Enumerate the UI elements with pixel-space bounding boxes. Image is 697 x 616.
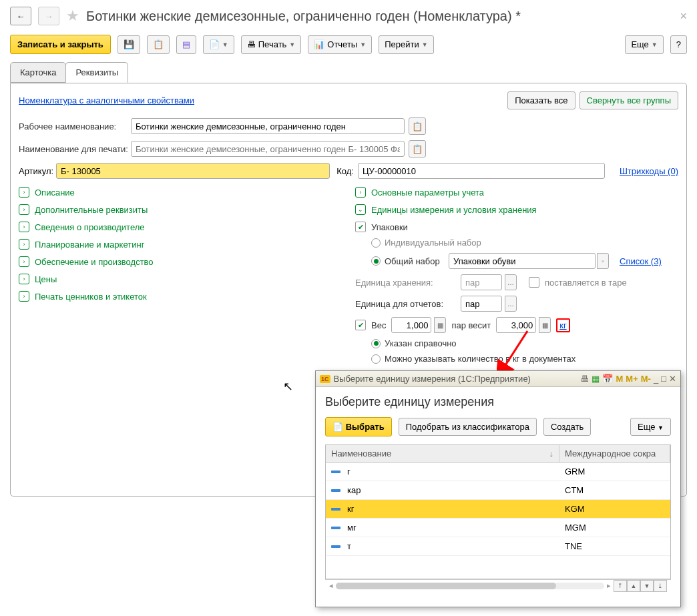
report-unit-pick-icon[interactable]: … <box>505 296 517 312</box>
popup-icon-m-plus[interactable]: M+ <box>626 374 638 384</box>
copy-button[interactable]: 📋 <box>147 35 170 54</box>
save-close-button[interactable]: Записать и закрыть <box>10 35 111 54</box>
nav-last-button[interactable]: ⤓ <box>654 580 667 592</box>
row-icon <box>331 527 340 529</box>
select-button[interactable]: 📄 Выбрать <box>325 417 392 436</box>
popup-icon-calendar[interactable]: 📅 <box>602 374 613 384</box>
shared-set-open-icon[interactable]: ▫ <box>597 253 609 269</box>
storage-unit-label: Единица хранения: <box>355 278 455 288</box>
window-title: Ботинки женские демисезонные, ограниченн… <box>86 9 673 24</box>
popup-more-button[interactable]: Еще ▼ <box>630 418 671 436</box>
goto-button[interactable]: Перейти▼ <box>379 35 433 54</box>
report-unit-input[interactable] <box>461 296 502 312</box>
tare-label: поставляется в таре <box>545 278 627 288</box>
individual-label: Индивидуальный набор <box>385 238 481 248</box>
barcodes-link[interactable]: Штрихкоды (0) <box>620 166 678 176</box>
ref-label: Указан справочно <box>385 338 457 348</box>
popup-close-icon[interactable]: ✕ <box>669 374 676 384</box>
table-row[interactable]: кгKGM <box>326 500 670 519</box>
group-prices[interactable]: ›Цены <box>19 274 342 284</box>
popup-icon-table[interactable]: ▦ <box>592 374 600 384</box>
col-name-header[interactable]: Наименование↓ <box>326 445 559 462</box>
nav-forward-button[interactable]: → <box>38 7 59 25</box>
cankg-label: Можно указывать количество в кг в докуме… <box>385 354 575 364</box>
row-icon <box>331 545 340 548</box>
popup-maximize-icon[interactable]: □ <box>661 374 666 384</box>
shared-set-input[interactable] <box>449 253 596 269</box>
print-name-icon-button[interactable]: 📋 <box>409 140 426 158</box>
work-name-icon-button[interactable]: 📋 <box>409 117 426 135</box>
print-name-input[interactable] <box>131 141 405 157</box>
ref-radio[interactable] <box>371 339 381 348</box>
nav-up-button[interactable]: ▲ <box>627 580 640 592</box>
save-button[interactable]: 💾 <box>118 35 140 54</box>
show-all-button[interactable]: Показать все <box>507 91 575 109</box>
popup-icon-print[interactable]: 🖶 <box>580 374 589 384</box>
nav-back-button[interactable]: ← <box>10 7 31 25</box>
table-row[interactable]: мгMGM <box>326 519 670 537</box>
scrollbar-thumb[interactable] <box>336 583 556 589</box>
tab-details[interactable]: Реквизиты <box>65 62 128 83</box>
print-name-label: Наименование для печати: <box>19 144 131 154</box>
weight-value-input[interactable] <box>496 317 536 333</box>
group-planning[interactable]: ›Планирование и маркетинг <box>19 239 342 250</box>
code-label: Код: <box>330 166 354 176</box>
group-extra[interactable]: ›Дополнительные реквизиты <box>19 204 342 215</box>
popup-icon-m[interactable]: M <box>616 374 623 384</box>
more-button[interactable]: Еще▼ <box>625 35 663 54</box>
scrollbar-track[interactable] <box>336 583 604 589</box>
list-link[interactable]: Список (3) <box>620 256 662 266</box>
table-row[interactable]: тTNE <box>326 537 670 556</box>
group-manufacturer[interactable]: ›Сведения о производителе <box>19 222 342 232</box>
scroll-right-icon[interactable]: ▸ <box>607 581 611 590</box>
list-button[interactable]: ▤ <box>176 35 196 54</box>
table-body: гGRM карCTM кгKGM мгMGM тTNE <box>325 463 671 579</box>
popup-window-title: Выберите единицу измерения (1С:Предприят… <box>334 374 531 384</box>
shared-radio[interactable] <box>371 256 381 266</box>
create-button[interactable]: Создать <box>543 418 591 436</box>
weight-value-calc-icon[interactable]: ▦ <box>539 317 551 333</box>
favorite-star-icon[interactable]: ★ <box>66 7 79 25</box>
storage-unit-input[interactable] <box>461 274 502 290</box>
pack-checkbox[interactable]: ✔ <box>355 222 366 232</box>
table-row[interactable]: гGRM <box>326 463 670 481</box>
popup-minimize-icon[interactable]: _ <box>654 374 658 384</box>
individual-radio[interactable] <box>371 238 381 248</box>
work-name-label: Рабочее наименование: <box>19 121 131 131</box>
shared-label: Общий набор <box>385 256 445 266</box>
classifier-button[interactable]: Подобрать из классификатора <box>399 418 537 436</box>
article-label: Артикул: <box>19 166 56 176</box>
close-icon[interactable]: × <box>680 9 687 23</box>
group-main-params[interactable]: ›Основные параметры учета <box>355 187 678 198</box>
tab-card[interactable]: Карточка <box>10 62 66 83</box>
article-input[interactable] <box>56 163 330 179</box>
group-description[interactable]: ›Описание <box>19 187 342 198</box>
nav-down-button[interactable]: ▼ <box>640 580 654 592</box>
weight-checkbox[interactable]: ✔ <box>355 320 366 330</box>
cankg-radio[interactable] <box>371 354 381 364</box>
weight-qty-input[interactable] <box>391 317 431 333</box>
code-input[interactable] <box>358 163 605 179</box>
group-units[interactable]: ⌄Единицы измерения и условия хранения <box>355 204 678 215</box>
work-name-input[interactable] <box>131 118 405 134</box>
group-supply[interactable]: ›Обеспечение и производство <box>19 256 342 267</box>
weight-label: Вес <box>371 320 386 330</box>
collapse-all-button[interactable]: Свернуть все группы <box>579 91 678 109</box>
dropdown-button-1[interactable]: 📄▼ <box>203 35 234 54</box>
similar-link[interactable]: Номенклатура с аналогичными свойствами <box>19 95 194 105</box>
col-code-header[interactable]: Международное сокра <box>559 445 670 462</box>
nav-first-button[interactable]: ⤒ <box>614 580 627 592</box>
group-labels[interactable]: ›Печать ценников и этикеток <box>19 291 342 302</box>
kg-link[interactable]: кг <box>556 318 569 332</box>
table-row[interactable]: карCTM <box>326 481 670 500</box>
tare-checkbox[interactable] <box>529 277 539 288</box>
scroll-left-icon[interactable]: ◂ <box>329 581 333 590</box>
print-button[interactable]: 🖶 Печать▼ <box>241 35 302 54</box>
pack-label: Упаковки <box>371 222 408 232</box>
report-unit-label: Единица для отчетов: <box>355 299 455 309</box>
weight-qty-calc-icon[interactable]: ▦ <box>434 317 446 333</box>
popup-icon-m-minus[interactable]: M- <box>641 374 651 384</box>
help-button[interactable]: ? <box>670 35 687 54</box>
reports-button[interactable]: 📊 Отчеты▼ <box>308 35 372 54</box>
storage-unit-pick-icon[interactable]: … <box>505 274 517 290</box>
